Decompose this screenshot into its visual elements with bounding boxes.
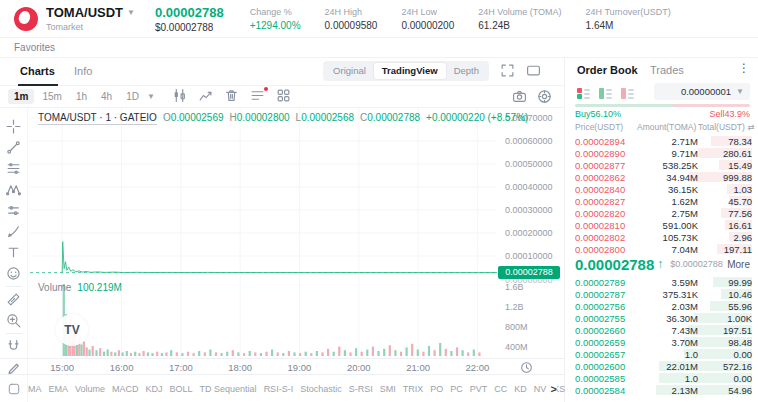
- bid-row[interactable]: 0.000027893.59M99.99: [565, 276, 758, 288]
- favorites-bar[interactable]: Favorites: [0, 38, 758, 58]
- ask-row[interactable]: 0.00002877538.25K15.49: [565, 159, 758, 171]
- order-total: 280.61: [698, 148, 752, 159]
- order-total: 1.03: [698, 184, 752, 195]
- fib-lines-icon[interactable]: [4, 158, 24, 179]
- measure-icon[interactable]: [4, 289, 24, 310]
- crosshair-icon[interactable]: [4, 116, 24, 137]
- ask-row[interactable]: 0.000028202.75M77.56: [565, 207, 758, 219]
- ask-row[interactable]: 0.000028942.71M78.34: [565, 135, 758, 147]
- text-icon[interactable]: [4, 242, 24, 263]
- view-mode-tradingview[interactable]: TradingView: [374, 63, 446, 79]
- panel-layout-icon[interactable]: [526, 63, 542, 79]
- orderbook-menu-icon[interactable]: ⋮: [738, 61, 750, 75]
- indicator-pc[interactable]: PC: [450, 384, 463, 394]
- timeframe-1D[interactable]: 1D: [120, 89, 145, 104]
- timeframe-4h[interactable]: 4h: [95, 89, 118, 104]
- bid-row[interactable]: 0.000026607.43M197.51: [565, 324, 758, 336]
- chevron-down-icon: ▼: [736, 87, 744, 96]
- indicator-s-rsi[interactable]: S-RSI: [349, 384, 373, 394]
- ask-row[interactable]: 0.000028909.71M280.61: [565, 147, 758, 159]
- bid-row[interactable]: 0.000027562.03M55.96: [565, 300, 758, 312]
- orderbook-mode-sell-icon[interactable]: [621, 88, 634, 100]
- timezone-clock-icon[interactable]: [520, 361, 533, 374]
- indicator-td-sequential[interactable]: TD Sequential: [200, 384, 257, 394]
- indicator-visibility-checkbox[interactable]: [8, 383, 20, 395]
- price-axis-label: 0.00010000: [505, 251, 553, 261]
- ask-row[interactable]: 0.000028271.62M45.70: [565, 195, 758, 207]
- layout-grid-icon[interactable]: [276, 88, 292, 104]
- view-mode-original[interactable]: Original: [325, 63, 374, 79]
- bid-row[interactable]: 0.000025842.13M54.96: [565, 384, 758, 396]
- order-amount: 1.0: [641, 373, 698, 384]
- indicator-cc[interactable]: CC: [494, 384, 507, 394]
- bid-row[interactable]: 0.000025851.00.00: [565, 372, 758, 384]
- ask-row[interactable]: 0.0000286234.94M999.88: [565, 171, 758, 183]
- magnet-icon[interactable]: [4, 336, 24, 357]
- xabcd-pattern-icon[interactable]: [4, 179, 24, 200]
- timeframe-1h[interactable]: 1h: [70, 89, 93, 104]
- fullscreen-icon[interactable]: [500, 63, 516, 79]
- pair-selector[interactable]: TOMA/USDT ▼: [46, 5, 135, 20]
- precision-select[interactable]: 0.00000001 ▼: [654, 83, 750, 100]
- bid-row[interactable]: 0.0000275536.30M1.00K: [565, 312, 758, 324]
- tab-order-book[interactable]: Order Book: [577, 60, 638, 80]
- volume-axis-label: 1.2B: [505, 302, 524, 312]
- bid-row[interactable]: 0.0000260022.01M572.16: [565, 360, 758, 372]
- camera-icon[interactable]: [512, 89, 527, 104]
- tab-trades[interactable]: Trades: [650, 60, 684, 80]
- ask-row[interactable]: 0.00002802105.73K2.96: [565, 231, 758, 243]
- emoji-icon[interactable]: [4, 263, 24, 284]
- timeframe-1m[interactable]: 1m: [8, 89, 34, 104]
- chart-canvas[interactable]: TOMA/USDT · 1 · GATEIOO0.00002569H0.0000…: [30, 108, 497, 358]
- indicator-ema[interactable]: EMA: [49, 384, 69, 394]
- order-amount: 1.62M: [641, 196, 698, 207]
- indicator-trix[interactable]: TRIX: [403, 384, 424, 394]
- bid-row[interactable]: 0.000026593.70M98.48: [565, 336, 758, 348]
- indicator-kd[interactable]: KD: [514, 384, 527, 394]
- indicator-kdj[interactable]: KDJ: [146, 384, 163, 394]
- brush-icon[interactable]: [4, 221, 24, 242]
- sell-ratio-label: Sell43.9%: [709, 109, 750, 119]
- indicator-smi[interactable]: SMI: [380, 384, 396, 394]
- zoom-in-icon[interactable]: [4, 310, 24, 331]
- indicator-nv[interactable]: NV: [534, 384, 547, 394]
- tab-charts[interactable]: Charts: [20, 58, 55, 84]
- indicator-ma[interactable]: MA: [28, 384, 42, 394]
- indicators-icon[interactable]: [198, 88, 214, 104]
- swap-columns-icon[interactable]: ⇄: [747, 122, 754, 132]
- delete-icon[interactable]: [224, 88, 240, 104]
- time-axis[interactable]: 15:0016:0017:0018:0019:0020:0021:0022:00: [0, 358, 565, 374]
- long-position-icon[interactable]: [4, 200, 24, 221]
- more-link[interactable]: More: [727, 259, 750, 270]
- indicator-stochastic[interactable]: Stochastic: [300, 384, 342, 394]
- display-settings-icon[interactable]: [250, 88, 266, 104]
- orderbook-mode-buy-icon[interactable]: [599, 88, 612, 100]
- bid-row[interactable]: 0.00002787375.31K10.46: [565, 288, 758, 300]
- indicator-boll[interactable]: BOLL: [170, 384, 193, 394]
- indicator-macd[interactable]: MACD: [112, 384, 139, 394]
- orderbook-mode-both-icon[interactable]: [577, 88, 590, 100]
- ask-row[interactable]: 0.0000284036.15K1.03: [565, 183, 758, 195]
- orderbook-last-price-row[interactable]: 0.00002788 ↑ $0.00002788 More: [575, 253, 750, 275]
- order-price: 0.00002800: [575, 244, 641, 255]
- tab-info[interactable]: Info: [74, 58, 92, 84]
- header-stat: 24H Turnover(USDT)1.64M: [586, 7, 671, 31]
- order-price: 0.00002585: [575, 373, 641, 384]
- indicator-pvt[interactable]: PVT: [470, 384, 488, 394]
- bid-row[interactable]: 0.000026571.00.00: [565, 348, 758, 360]
- order-total: 197.51: [698, 325, 752, 336]
- timeframe-15m[interactable]: 15m: [36, 89, 67, 104]
- indicator-volume[interactable]: Volume: [75, 384, 105, 394]
- ask-row[interactable]: 0.000028007.04M197.11: [565, 243, 758, 255]
- indicator-more-chevron-icon[interactable]: >: [547, 383, 557, 395]
- order-total: 1.00K: [698, 313, 752, 324]
- indicator-po[interactable]: PO: [430, 384, 443, 394]
- indicator-rsi-s-i[interactable]: RSI-S-I: [264, 384, 294, 394]
- ask-row[interactable]: 0.00002810591.00K16.61: [565, 219, 758, 231]
- candle-style-icon[interactable]: [172, 88, 188, 104]
- time-axis-label: 19:00: [288, 362, 312, 373]
- trend-line-icon[interactable]: [4, 137, 24, 158]
- chart-settings-icon[interactable]: [537, 89, 552, 104]
- view-mode-depth[interactable]: Depth: [446, 63, 487, 79]
- timeframe-dropdown-icon[interactable]: ▼: [147, 92, 155, 101]
